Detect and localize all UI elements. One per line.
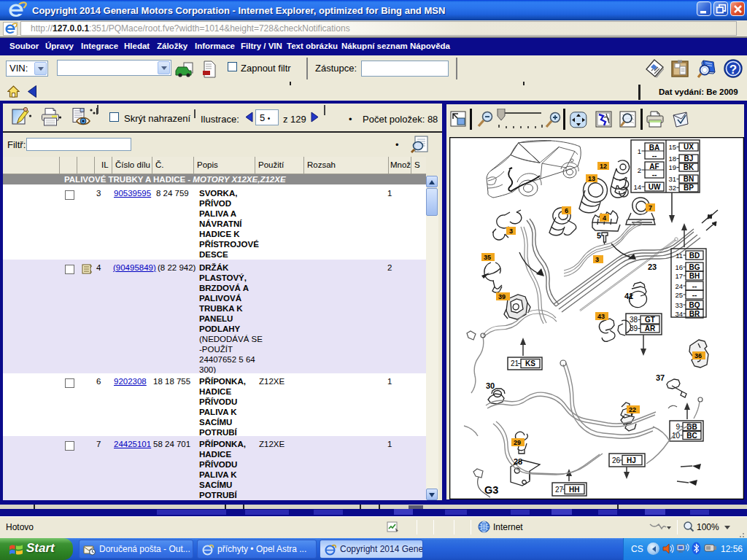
svg-text:BQ: BQ (689, 301, 700, 309)
svg-text:23: 23 (648, 262, 657, 271)
svg-text:4: 4 (603, 214, 606, 222)
svg-text:HJ: HJ (627, 456, 636, 464)
svg-text:38: 38 (630, 316, 638, 324)
svg-text:16: 16 (675, 263, 683, 271)
svg-text:5: 5 (597, 231, 601, 240)
svg-text:17: 17 (675, 272, 683, 280)
svg-text:3: 3 (509, 228, 513, 235)
svg-text:18: 18 (668, 155, 676, 163)
svg-text:31: 31 (668, 175, 676, 183)
svg-text:7: 7 (649, 204, 652, 211)
svg-text:BR: BR (689, 310, 700, 318)
svg-text:1: 1 (638, 147, 641, 155)
svg-text:25: 25 (675, 291, 683, 299)
svg-text:--: -- (692, 282, 697, 290)
svg-text:UW: UW (649, 183, 661, 191)
svg-text:2: 2 (638, 166, 641, 174)
svg-text:34: 34 (675, 310, 683, 318)
svg-text:10: 10 (672, 432, 681, 440)
svg-text:29: 29 (514, 439, 521, 446)
svg-text:BJ: BJ (684, 155, 694, 163)
svg-text:UX: UX (684, 143, 694, 151)
svg-text:KS: KS (525, 359, 535, 368)
svg-text:13: 13 (588, 175, 595, 182)
svg-text:AF: AF (649, 163, 659, 171)
svg-text:BK: BK (684, 163, 694, 171)
svg-text:26: 26 (612, 456, 621, 464)
svg-text:BH: BH (689, 272, 700, 280)
svg-text:28: 28 (514, 457, 522, 466)
svg-text:BN: BN (684, 175, 694, 183)
svg-text:32: 32 (668, 184, 676, 192)
svg-text:21: 21 (511, 359, 519, 368)
svg-text:30: 30 (486, 381, 495, 390)
svg-text:--: -- (652, 171, 657, 179)
svg-text:27: 27 (555, 486, 564, 494)
svg-text:3: 3 (595, 256, 599, 263)
svg-text:43: 43 (597, 313, 605, 320)
svg-text:19: 19 (668, 163, 676, 171)
svg-text:HH: HH (569, 486, 579, 494)
svg-text:15: 15 (668, 143, 676, 151)
svg-text:39: 39 (498, 293, 506, 300)
svg-text:BP: BP (684, 184, 694, 192)
svg-text:33: 33 (675, 301, 683, 309)
svg-text:39: 39 (630, 324, 638, 332)
svg-text:41: 41 (624, 292, 633, 300)
svg-text:--: -- (692, 291, 697, 299)
svg-text:--: -- (652, 152, 657, 160)
svg-text:37: 37 (656, 373, 665, 382)
svg-text:BD: BD (689, 252, 700, 260)
svg-text:G3: G3 (484, 484, 498, 496)
svg-text:14: 14 (633, 183, 641, 191)
svg-text:6: 6 (565, 207, 568, 214)
svg-text:BC: BC (686, 432, 697, 440)
svg-text:BA: BA (649, 144, 659, 152)
svg-text:24: 24 (675, 282, 683, 290)
svg-text:9: 9 (676, 423, 680, 431)
svg-text:AR: AR (645, 324, 656, 332)
svg-text:12: 12 (600, 163, 607, 170)
svg-text:36: 36 (694, 352, 702, 359)
svg-text:35: 35 (484, 254, 491, 261)
svg-text:BG: BG (689, 263, 700, 271)
svg-text:?: ? (729, 63, 737, 77)
svg-text:GT: GT (645, 316, 655, 324)
svg-text:11: 11 (676, 252, 683, 260)
svg-text:22: 22 (629, 406, 636, 413)
